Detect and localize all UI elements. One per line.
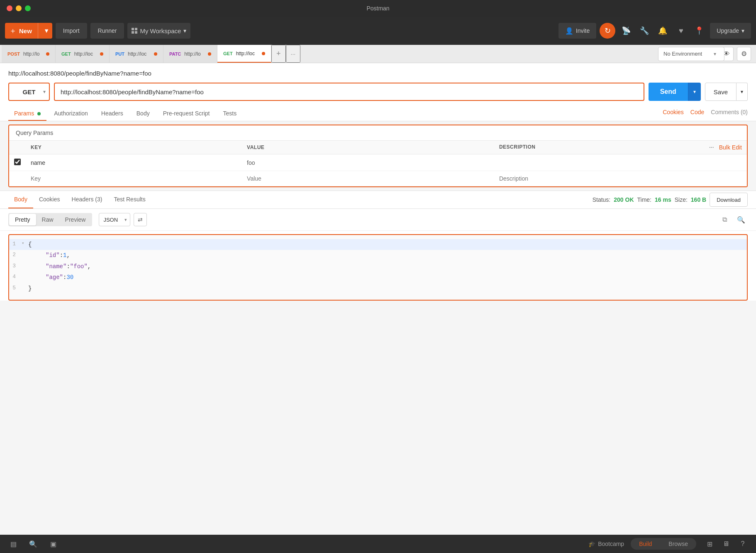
bootcamp-label: Bootcamp [598,541,624,547]
tab-url-4: http://loc [236,51,259,56]
req-tab-body[interactable]: Body [131,107,156,121]
search-global-button[interactable]: 🔍 [27,537,40,551]
more-dots-icon[interactable]: ··· [709,144,714,150]
request-area: http://localhost:8080/people/findByName?… [0,63,756,121]
tabs-more-button[interactable]: ··· [286,45,301,63]
tab-2[interactable]: PUT http://loc [110,45,163,63]
line-toggle-1[interactable]: ▾ [22,240,28,247]
help-button[interactable]: ? [736,537,749,551]
key-placeholder-input[interactable] [31,175,237,182]
tab-method-1: GET [61,51,71,56]
empty-desc-cell[interactable] [494,171,747,186]
bootcamp-button[interactable]: 🎓 Bootcamp [588,541,624,547]
save-dropdown-icon: ▾ [741,89,743,95]
resp-tab-body[interactable]: Body [8,191,33,208]
code-line-4: 4 "age" : 30 [9,272,747,283]
tab-0[interactable]: POST http://lo [2,45,56,63]
description-placeholder-input[interactable] [499,175,742,182]
copy-button[interactable]: ⧉ [718,213,731,226]
req-tab-params[interactable]: Params [8,107,46,121]
sidebar-toggle-button[interactable]: ▤ [7,537,20,551]
code-indent-2 [28,251,46,260]
environment-select[interactable]: No Environment [658,47,724,61]
close-button[interactable] [7,5,12,11]
search-global-icon: 🔍 [29,540,37,548]
resp-tab-tests[interactable]: Test Results [108,191,151,208]
value-placeholder-input[interactable] [247,175,489,182]
sync-button[interactable]: ↻ [600,23,615,39]
format-select[interactable]: JSON XML HTML Text [99,213,130,226]
view-preview-button[interactable]: Preview [59,214,92,225]
maximize-button[interactable] [25,5,31,11]
bulk-edit-button[interactable]: Bulk Edit [719,144,742,151]
send-button[interactable]: Send [649,83,688,101]
cookies-link[interactable]: Cookies [663,109,684,115]
code-comma-id: , [66,251,70,260]
req-tab-headers[interactable]: Headers [95,107,129,121]
view-pretty-button[interactable]: Pretty [9,214,36,225]
build-tab[interactable]: Build [631,538,660,550]
upgrade-button[interactable]: Upgrade ▾ [710,23,751,39]
monitor-icon-button[interactable]: 🖥 [719,537,733,551]
new-dropdown-arrow[interactable]: ▾ [41,23,52,39]
more-button[interactable]: My Workspace ▾ [127,23,190,39]
location-icon[interactable]: 📍 [692,23,707,38]
row-key-cell: name [26,154,242,171]
req-tab-auth[interactable]: Authorization [48,107,94,121]
params-active-dot [37,112,41,115]
wrap-button[interactable]: ⇄ [134,213,147,226]
tab-method-4: GET [223,51,233,56]
location-icon-shape: 📍 [695,26,704,35]
empty-key-cell[interactable] [26,171,242,186]
browse-tab[interactable]: Browse [660,538,696,550]
interceptor-icon[interactable]: 📡 [619,23,634,38]
search-button[interactable]: 🔍 [734,213,748,226]
layout-icon-button[interactable]: ⊞ [703,537,716,551]
preview-label: Preview [65,216,86,223]
tab-1[interactable]: GET http://loc [56,45,110,63]
comments-link[interactable]: Comments (0) [711,109,748,115]
desc-label: DESCRIPTION [499,144,536,150]
save-button[interactable]: Save [705,83,736,101]
sync-icon: ↻ [605,26,611,35]
cookies-link-label: Cookies [663,109,684,115]
env-settings-button[interactable]: ⚙ [737,47,751,61]
tab-4[interactable]: GET http://loc [217,45,271,63]
view-raw-button[interactable]: Raw [36,214,59,225]
resp-tab-headers[interactable]: Headers (3) [66,191,108,208]
notifications-icon[interactable]: 🔔 [655,23,670,38]
console-button[interactable]: ▣ [46,537,60,551]
tab-3[interactable]: PATC http://lo [163,45,217,63]
resp-tab-cookies[interactable]: Cookies [33,191,66,208]
runner-button[interactable]: Runner [90,23,124,39]
new-tab-button[interactable]: + [271,45,286,63]
invite-button[interactable]: 👤 Invite [558,23,596,39]
new-button[interactable]: ＋ New ▾ [5,23,52,39]
new-button-main[interactable]: ＋ New [5,23,38,39]
heart-icon-shape: ♥ [679,27,683,35]
req-tab-prerequest[interactable]: Pre-request Script [157,107,216,121]
query-params-section: Query Params KEY VALUE DESCRIPTION ··· B… [8,125,748,187]
code-indent-4 [28,273,46,282]
heart-icon[interactable]: ♥ [673,23,688,38]
row-checkbox[interactable] [14,159,21,165]
table-row: name foo [9,154,747,171]
save-dropdown-button[interactable]: ▾ [736,83,748,101]
toolbar: ＋ New ▾ Import Runner My Workspace ▾ 👤 I… [0,17,756,45]
resp-headers-label: Headers (3) [72,196,102,203]
import-label: Import [63,27,80,34]
send-dropdown-button[interactable]: ▾ [688,83,701,101]
req-tab-tests[interactable]: Tests [217,107,243,121]
code-link[interactable]: Code [690,109,704,115]
url-row: GET POST PUT PATCH DELETE ▾ Send ▾ Save … [8,83,748,101]
method-select[interactable]: GET POST PUT PATCH DELETE [8,83,50,101]
url-input[interactable] [54,83,644,101]
send-label: Send [660,88,676,95]
th-checkbox [9,141,26,154]
settings-icon[interactable]: 🔧 [637,23,652,38]
prerequest-tab-label: Pre-request Script [163,110,210,117]
empty-value-cell[interactable] [242,171,494,186]
minimize-button[interactable] [16,5,22,11]
download-button[interactable]: Download [710,193,748,207]
import-button[interactable]: Import [56,23,87,39]
